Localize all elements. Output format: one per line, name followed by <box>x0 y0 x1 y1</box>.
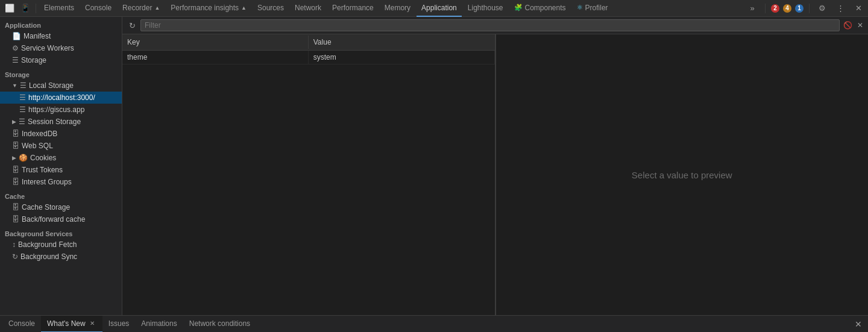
table-header: Key Value <box>122 34 495 51</box>
expand-arrow-local-storage: ▼ <box>12 83 17 89</box>
tab-console[interactable]: Console <box>80 0 116 17</box>
back-forward-cache-icon: 🗄 <box>12 215 19 224</box>
filter-input-wrap <box>140 19 840 31</box>
cell-value-system: system <box>309 51 495 64</box>
customize-icon[interactable]: ⋮ <box>833 1 848 16</box>
storage-section-label: Storage <box>0 66 122 80</box>
bottom-tab-issues[interactable]: Issues <box>102 316 136 333</box>
sidebar-item-trust-tokens[interactable]: 🗄 Trust Tokens <box>0 164 122 176</box>
sidebar-item-back-forward-cache[interactable]: 🗄 Back/forward cache <box>0 213 122 225</box>
more-tabs-button[interactable]: » <box>745 1 760 16</box>
tab-performance-insights[interactable]: Performance insights ▲ <box>166 0 251 17</box>
tab-lighthouse[interactable]: Lighthouse <box>463 0 508 17</box>
close-devtools-icon[interactable]: ✕ <box>851 1 866 16</box>
sidebar-item-background-fetch[interactable]: ↕ Background Fetch <box>0 239 122 251</box>
sidebar-item-web-sql[interactable]: 🗄 Web SQL <box>0 140 122 152</box>
table-pane: Key Value theme system <box>122 34 495 315</box>
toolbar-separator <box>36 4 36 13</box>
table-empty-space <box>122 64 495 315</box>
sidebar-item-session-storage[interactable]: ▶ ☰ Session Storage <box>0 116 122 128</box>
toolbar-sep-2 <box>765 4 766 13</box>
refresh-button[interactable]: ↻ <box>126 19 138 31</box>
cache-section-label: Cache <box>0 188 122 201</box>
filter-clear-icon[interactable]: ✕ <box>856 20 864 31</box>
main-layout: Application 📄 Manifest ⚙ Service Workers… <box>0 17 868 315</box>
sidebar-item-giscus[interactable]: ☰ https://giscus.app <box>0 104 122 116</box>
devtools-inspect-icon[interactable]: ⬜ <box>2 1 17 16</box>
filter-delete-icon[interactable]: 🚫 <box>842 20 854 31</box>
sidebar-item-storage[interactable]: ☰ Storage <box>0 54 122 66</box>
trust-tokens-icon: 🗄 <box>12 166 19 174</box>
tab-profiler[interactable]: ⚛ Profiler <box>572 0 613 17</box>
filter-bar: ↻ 🚫 ✕ <box>122 17 868 34</box>
giscus-icon: ☰ <box>19 105 26 114</box>
sidebar-item-service-workers[interactable]: ⚙ Service Workers <box>0 42 122 54</box>
info-badge: 1 <box>795 4 804 13</box>
whats-new-close-icon[interactable]: ✕ <box>88 319 96 328</box>
error-badge: 2 <box>771 4 779 13</box>
background-fetch-icon: ↕ <box>12 240 16 249</box>
tab-performance[interactable]: Performance <box>327 0 379 17</box>
devtools-device-icon[interactable]: 📱 <box>18 1 33 16</box>
top-toolbar: ⬜ 📱 Elements Console Recorder ▲ Performa… <box>0 0 868 17</box>
sidebar-item-background-sync[interactable]: ↻ Background Sync <box>0 251 122 263</box>
table-row[interactable]: theme system <box>122 51 495 64</box>
sidebar-item-cookies[interactable]: ▶ 🍪 Cookies <box>0 152 122 164</box>
perf-insights-beta-icon: ▲ <box>241 5 247 11</box>
filter-input[interactable] <box>140 19 840 31</box>
warning-badge: 4 <box>783 4 791 13</box>
cookies-icon: 🍪 <box>19 154 28 162</box>
web-sql-icon: 🗄 <box>12 142 19 150</box>
service-workers-icon: ⚙ <box>12 44 19 52</box>
toolbar-sep-3 <box>809 4 810 13</box>
storage-icon: ☰ <box>12 56 19 64</box>
indexeddb-icon: 🗄 <box>12 130 19 138</box>
interest-groups-icon: 🗄 <box>12 178 19 186</box>
tab-application[interactable]: Application <box>417 0 462 17</box>
manifest-icon: 📄 <box>12 32 21 40</box>
localhost-icon: ☰ <box>19 93 26 102</box>
preview-pane: Select a value to preview <box>495 34 869 315</box>
sidebar-item-interest-groups[interactable]: 🗄 Interest Groups <box>0 176 122 188</box>
preview-text: Select a value to preview <box>632 170 732 180</box>
app-section-label: Application <box>0 17 122 30</box>
tab-recorder[interactable]: Recorder ▲ <box>118 0 165 17</box>
sidebar: Application 📄 Manifest ⚙ Service Workers… <box>0 17 122 315</box>
more-tools-group: » 2 4 1 ⚙ ⋮ ✕ <box>745 1 866 16</box>
tab-network[interactable]: Network <box>290 0 326 17</box>
bottom-tab-animations[interactable]: Animations <box>135 316 183 333</box>
col-header-key: Key <box>122 36 309 49</box>
bottom-panel-close-icon[interactable]: ✕ <box>851 318 866 330</box>
col-header-value: Value <box>309 36 495 49</box>
cache-storage-icon: 🗄 <box>12 203 19 211</box>
sidebar-item-cache-storage[interactable]: 🗄 Cache Storage <box>0 201 122 213</box>
expand-arrow-session: ▶ <box>12 119 16 125</box>
cell-key-theme: theme <box>122 51 309 64</box>
tab-memory[interactable]: Memory <box>380 0 415 17</box>
content-area: ↻ 🚫 ✕ Key Value theme system <box>122 17 868 315</box>
session-storage-icon: ☰ <box>19 117 25 126</box>
local-storage-icon: ☰ <box>20 81 27 90</box>
bg-section-label: Background Services <box>0 225 122 239</box>
sidebar-item-localhost[interactable]: ☰ http://localhost:3000/ <box>0 92 122 104</box>
tab-sources[interactable]: Sources <box>253 0 289 17</box>
settings-icon[interactable]: ⚙ <box>815 1 829 16</box>
split-content: Key Value theme system Select a value to… <box>122 34 868 315</box>
bottom-tabs: Console What's New ✕ Issues Animations N… <box>0 315 868 332</box>
expand-arrow-cookies: ▶ <box>12 155 16 161</box>
sidebar-item-manifest[interactable]: 📄 Manifest <box>0 30 122 42</box>
tab-components[interactable]: 🧩 Components <box>509 0 571 17</box>
bottom-tab-network-conditions[interactable]: Network conditions <box>183 316 256 333</box>
recorder-beta-icon: ▲ <box>154 5 160 11</box>
bottom-tab-whats-new[interactable]: What's New ✕ <box>41 316 102 333</box>
tab-elements[interactable]: Elements <box>39 0 79 17</box>
bottom-tab-console[interactable]: Console <box>2 316 41 333</box>
sidebar-item-local-storage[interactable]: ▼ ☰ Local Storage <box>0 80 122 92</box>
background-sync-icon: ↻ <box>12 252 18 261</box>
sidebar-item-indexeddb[interactable]: 🗄 IndexedDB <box>0 128 122 140</box>
